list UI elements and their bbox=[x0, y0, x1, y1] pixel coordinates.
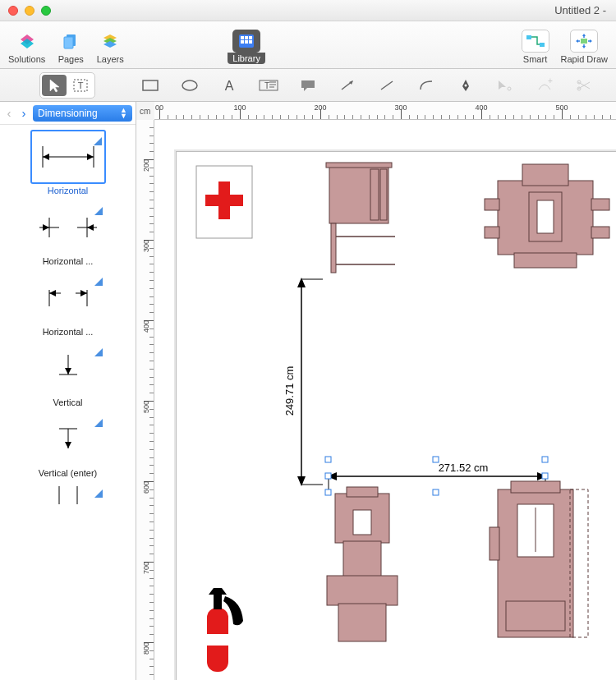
svg-point-35 bbox=[465, 84, 467, 86]
machine-top-right[interactable] bbox=[481, 156, 613, 283]
library-panel: ‹ › Dimensioning ▲▼ Horizontal bbox=[0, 102, 136, 680]
window-minimize-button[interactable] bbox=[25, 6, 34, 16]
svg-marker-20 bbox=[590, 39, 592, 43]
svg-text:T: T bbox=[78, 80, 84, 90]
fire-extinguisher-shape[interactable] bbox=[194, 580, 251, 680]
window-close-button[interactable] bbox=[8, 6, 18, 16]
drawing-canvas[interactable]: 249.71 cm 271.52 cm bbox=[154, 120, 616, 680]
curve-tool[interactable] bbox=[411, 74, 442, 97]
text-select-tool[interactable]: T bbox=[68, 75, 93, 96]
svg-rect-10 bbox=[249, 36, 252, 39]
svg-rect-15 bbox=[540, 43, 545, 47]
pages-button[interactable]: Pages bbox=[57, 30, 85, 64]
svg-rect-9 bbox=[245, 36, 248, 39]
library-item[interactable] bbox=[3, 483, 132, 508]
svg-rect-107 bbox=[338, 604, 386, 641]
svg-rect-75 bbox=[331, 223, 336, 273]
svg-rect-84 bbox=[514, 253, 577, 268]
svg-rect-71 bbox=[370, 169, 379, 220]
library-item-label: Vertical (enter) bbox=[39, 468, 98, 478]
library-item-label: Vertical bbox=[53, 397, 82, 407]
svg-rect-13 bbox=[249, 40, 252, 44]
svg-rect-24 bbox=[143, 80, 158, 90]
library-item-vertical-enter[interactable]: Vertical (enter) bbox=[3, 412, 132, 478]
line-tool[interactable] bbox=[371, 74, 402, 97]
ellipse-tool[interactable] bbox=[174, 74, 205, 97]
add-point-tool[interactable]: + bbox=[529, 74, 560, 97]
svg-marker-17 bbox=[582, 34, 586, 36]
horizontal-ruler[interactable]: 00100200300400500600 bbox=[154, 102, 616, 120]
library-button[interactable]: Library bbox=[228, 30, 265, 64]
svg-rect-69 bbox=[329, 166, 388, 223]
machine-bottom-right[interactable] bbox=[488, 478, 595, 662]
library-item-vertical[interactable]: Vertical bbox=[3, 342, 132, 407]
svg-marker-21 bbox=[50, 80, 59, 92]
dimension-value: 271.52 cm bbox=[439, 462, 489, 474]
svg-marker-51 bbox=[87, 224, 94, 231]
svg-rect-11 bbox=[241, 40, 244, 44]
svg-marker-57 bbox=[80, 290, 87, 296]
svg-text:T: T bbox=[264, 81, 269, 90]
svg-marker-63 bbox=[65, 442, 71, 448]
svg-point-25 bbox=[182, 80, 197, 90]
svg-rect-96 bbox=[433, 457, 439, 462]
library-item-horizontal[interactable]: Horizontal bbox=[3, 130, 132, 195]
svg-rect-82 bbox=[591, 199, 609, 210]
library-next-button[interactable]: › bbox=[18, 106, 30, 120]
svg-rect-77 bbox=[522, 164, 568, 186]
smart-indicator-icon bbox=[94, 134, 102, 142]
svg-rect-68 bbox=[205, 195, 243, 206]
svg-marker-49 bbox=[43, 224, 49, 231]
pen-tool[interactable] bbox=[450, 74, 481, 97]
scissors-tool[interactable] bbox=[568, 74, 600, 97]
svg-rect-106 bbox=[327, 576, 398, 605]
svg-rect-16 bbox=[581, 39, 587, 44]
svg-point-37 bbox=[508, 87, 511, 90]
svg-marker-18 bbox=[582, 46, 586, 48]
library-item-label: Horizontal ... bbox=[43, 256, 94, 266]
library-prev-button[interactable]: ‹ bbox=[3, 106, 15, 120]
smart-connector-icon bbox=[522, 30, 549, 53]
pointer-tool-group: T bbox=[39, 72, 95, 99]
smart-button[interactable]: Smart bbox=[522, 30, 549, 64]
svg-rect-3 bbox=[64, 37, 73, 48]
library-category-dropdown[interactable]: Dimensioning ▲▼ bbox=[33, 105, 132, 122]
layers-button[interactable]: Layers bbox=[96, 30, 124, 64]
solutions-icon bbox=[13, 30, 41, 53]
svg-rect-14 bbox=[526, 35, 531, 39]
text-tool[interactable]: A bbox=[214, 74, 245, 97]
dimension-value: 249.71 cm bbox=[283, 366, 296, 416]
library-item-horizontal-open[interactable]: Horizontal ... bbox=[3, 200, 132, 266]
text-box-tool[interactable]: T bbox=[253, 74, 284, 97]
vertical-ruler[interactable]: 200300400500600700800 bbox=[136, 120, 154, 680]
edit-point-tool[interactable] bbox=[490, 74, 521, 97]
arrow-tool[interactable] bbox=[332, 74, 363, 97]
library-icon bbox=[232, 30, 260, 53]
svg-rect-81 bbox=[485, 227, 499, 238]
svg-rect-118 bbox=[214, 595, 222, 609]
first-aid-sign-shape[interactable] bbox=[195, 165, 253, 242]
layers-icon bbox=[96, 30, 124, 53]
rapid-draw-button[interactable]: Rapid Draw bbox=[561, 30, 608, 64]
rectangle-tool[interactable] bbox=[135, 74, 166, 97]
svg-rect-79 bbox=[537, 200, 554, 233]
svg-rect-97 bbox=[542, 457, 548, 462]
svg-marker-36 bbox=[499, 80, 506, 90]
svg-rect-114 bbox=[506, 601, 565, 631]
svg-marker-44 bbox=[43, 154, 49, 160]
svg-rect-110 bbox=[511, 481, 560, 493]
svg-marker-60 bbox=[65, 368, 71, 374]
svg-rect-108 bbox=[353, 510, 371, 535]
svg-line-34 bbox=[381, 81, 393, 90]
window-zoom-button[interactable] bbox=[41, 6, 51, 16]
machine-bottom-center[interactable] bbox=[319, 485, 409, 653]
titlebar: Untitled 2 - bbox=[0, 0, 616, 21]
comment-tool[interactable] bbox=[292, 74, 324, 97]
solutions-button[interactable]: Solutions bbox=[8, 30, 45, 64]
svg-rect-98 bbox=[325, 473, 331, 479]
machine-top-center[interactable] bbox=[323, 161, 402, 279]
pointer-tool[interactable] bbox=[42, 75, 67, 96]
canvas-area[interactable]: cm 00100200300400500600 2003004005006007… bbox=[136, 102, 616, 680]
library-item-horizontal-ext[interactable]: Horizontal ... bbox=[3, 271, 132, 337]
svg-rect-95 bbox=[325, 457, 331, 462]
